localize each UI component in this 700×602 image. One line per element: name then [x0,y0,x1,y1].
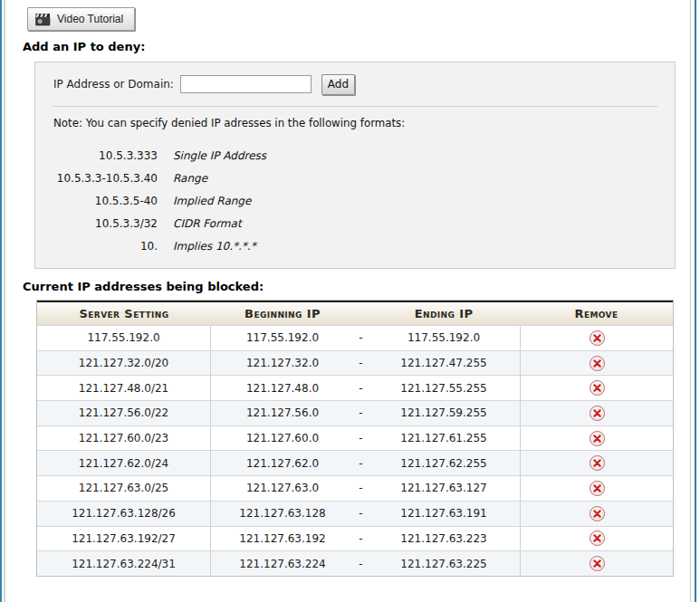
formats-note: Note: You can specify denied IP adresses… [53,117,405,129]
beginning-ip-cell: 121.127.32.0 [211,357,354,369]
ending-ip-cell: 121.127.59.255 [368,406,520,419]
blocked-ip-table-body: 117.55.192.0 117.55.192.0 - 117.55.192.0… [37,325,673,576]
server-setting-cell: 121.127.60.0/23 [37,426,211,451]
dash-separator: - [354,432,368,444]
blocked-ip-table-header: Server Setting Beginning IP Ending IP Re… [37,301,673,325]
format-example-value: 10. [53,240,158,253]
circled-x-icon [590,556,605,571]
remove-ip-button[interactable] [590,380,605,396]
format-example-value: 10.5.3.3-10.5.3.40 [53,172,158,185]
beginning-ip-cell: 121.127.48.0 [211,382,354,395]
circled-x-icon [590,431,605,446]
circled-x-icon [590,481,605,496]
beginning-ip-cell: 121.127.63.224 [211,558,354,570]
circled-x-icon [590,506,605,521]
blocked-ip-row: 121.127.63.128/26 121.127.63.128 - 121.1… [37,501,673,526]
server-setting-cell: 121.127.32.0/20 [37,351,211,376]
ending-ip-cell: 121.127.63.191 [368,507,520,520]
add-button[interactable]: Add [321,74,355,95]
header-beginning-ip: Beginning IP [211,307,354,320]
format-example-row: 10.5.3.3/32 CIDR Format [53,212,657,234]
dash-separator: - [354,507,368,520]
remove-cell [520,376,673,400]
header-remove: Remove [520,307,673,320]
form-divider [53,106,657,107]
dash-separator: - [354,382,368,395]
remove-ip-button[interactable] [590,506,605,521]
beginning-ip-cell: 121.127.60.0 [211,432,354,444]
server-setting-cell: 121.127.62.0/24 [37,451,211,475]
blocked-ip-row: 121.127.63.0/25 121.127.63.0 - 121.127.6… [37,475,673,501]
video-tutorial-button[interactable]: Video Tutorial [27,7,135,31]
circled-x-icon [590,356,605,371]
remove-ip-button[interactable] [590,556,605,571]
remove-ip-button[interactable] [590,431,605,446]
circled-x-icon [590,406,605,421]
dash-separator: - [354,357,368,369]
blocked-ip-row: 117.55.192.0 117.55.192.0 - 117.55.192.0 [37,325,673,350]
beginning-ip-cell: 121.127.63.128 [211,507,354,520]
blocked-ip-row: 121.127.32.0/20 121.127.32.0 - 121.127.4… [37,350,673,376]
remove-ip-button[interactable] [590,530,605,546]
remove-ip-button[interactable] [590,481,605,496]
ending-ip-cell: 121.127.61.255 [368,432,520,444]
format-example-description: CIDR Format [173,217,242,230]
ip-deny-manager-page: Video Tutorial Add an IP to deny: IP Add… [0,0,700,602]
beginning-ip-cell: 121.127.63.192 [211,532,354,545]
remove-ip-button[interactable] [590,330,605,346]
blocked-ip-row: 121.127.60.0/23 121.127.60.0 - 121.127.6… [37,425,673,451]
dash-separator: - [354,406,368,419]
blocked-ip-row: 121.127.56.0/22 121.127.56.0 - 121.127.5… [37,400,673,425]
page-left-edge-line [0,0,2,602]
blocked-ip-row: 121.127.48.0/21 121.127.48.0 - 121.127.5… [37,375,673,400]
ip-entry-row: IP Address or Domain: Add [53,73,355,95]
ip-address-label: IP Address or Domain: [53,78,174,91]
ending-ip-cell: 121.127.63.225 [368,558,520,570]
format-example-value: 10.5.3.333 [53,149,158,162]
remove-ip-button[interactable] [590,455,605,471]
dash-separator: - [354,457,368,470]
blocked-ip-table: Server Setting Beginning IP Ending IP Re… [36,300,674,577]
remove-cell [520,551,673,576]
ip-address-input[interactable] [180,75,312,93]
remove-cell [520,451,673,475]
header-ending-ip: Ending IP [368,307,520,320]
server-setting-cell: 121.127.56.0/22 [37,401,211,425]
ending-ip-cell: 117.55.192.0 [368,331,520,344]
remove-cell [520,502,673,526]
video-tutorial-label: Video Tutorial [57,13,123,25]
format-example-value: 10.5.3.3/32 [53,217,158,230]
server-setting-cell: 121.127.63.224/31 [37,551,211,576]
format-example-value: 10.5.3.5-40 [53,195,158,207]
remove-cell [520,476,673,501]
server-setting-cell: 117.55.192.0 [37,326,211,350]
beginning-ip-cell: 117.55.192.0 [211,331,354,344]
format-example-description: Single IP Address [173,149,266,162]
blocked-ip-row: 121.127.63.224/31 121.127.63.224 - 121.1… [37,550,673,576]
ending-ip-cell: 121.127.55.255 [368,382,520,395]
format-example-description: Implied Range [173,195,251,207]
blocked-ip-row: 121.127.62.0/24 121.127.62.0 - 121.127.6… [37,450,673,475]
page-right-edge-line [695,0,696,602]
beginning-ip-cell: 121.127.63.0 [211,482,354,494]
blocked-ip-row: 121.127.63.192/27 121.127.63.192 - 121.1… [37,526,673,551]
circled-x-icon [590,330,605,346]
format-example-row: 10.5.3.3-10.5.3.40 Range [53,167,657,189]
dash-separator: - [354,558,368,570]
dash-separator: - [354,482,368,494]
add-ip-heading: Add an IP to deny: [23,40,145,53]
format-example-row: 10. Implies 10.*.*.* [53,234,657,257]
circled-x-icon [590,530,605,546]
remove-ip-button[interactable] [590,356,605,371]
format-example-description: Range [173,172,207,185]
remove-cell [520,527,673,551]
ending-ip-cell: 121.127.47.255 [368,357,520,369]
page-right-inner-line [690,0,691,602]
ending-ip-cell: 121.127.63.223 [368,532,520,545]
server-setting-cell: 121.127.63.192/27 [37,527,211,551]
remove-ip-button[interactable] [590,406,605,421]
circled-x-icon [590,380,605,396]
format-example-description: Implies 10.*.*.* [173,240,256,253]
format-examples-list: 10.5.3.333 Single IP Address 10.5.3.3-10… [53,144,657,257]
clapperboard-icon [35,13,51,26]
